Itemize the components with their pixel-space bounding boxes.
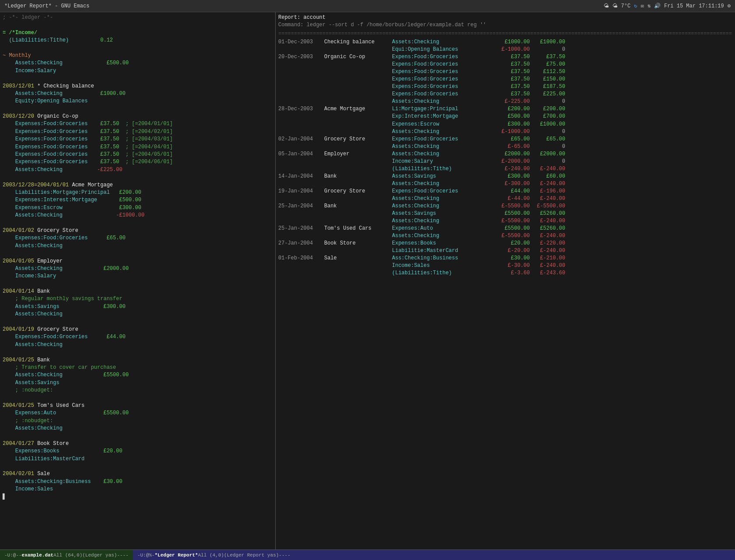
- report-row: (Liabilities:Tithe)£-240.00£-240.00: [278, 165, 732, 173]
- status-left: -U:@-- example.dat All (64,0) (Ledger ya…: [0, 550, 133, 560]
- report-row: 01-Feb-2004SaleAss:Checking:Business£30.…: [278, 255, 732, 262]
- txn-10-e1: Expenses:Books £20.00: [3, 448, 273, 455]
- txn-4-header: 2004/01/02 Grocery Store: [3, 227, 273, 234]
- txn-5-header: 2004/01/05 Employer: [3, 258, 273, 265]
- left-pane[interactable]: ; -*- ledger -*- = /*Income/ (Liabilitie…: [0, 12, 276, 550]
- refresh-icon: ↻: [634, 3, 637, 9]
- cursor-line: ▋: [3, 494, 273, 501]
- txn-10-e2: Liabilities:MasterCard: [3, 455, 273, 463]
- txn-1-e2: Equity:Opening Balances: [3, 98, 273, 105]
- txn-6-e1: Assets:Savings £300.00: [3, 303, 273, 311]
- report-row: Assets:Checking£-225.000: [278, 98, 732, 105]
- status-bar: -U:@-- example.dat All (64,0) (Ledger ya…: [0, 550, 735, 560]
- txn-2-header: 2003/12/20 Organic Co-op: [3, 113, 273, 120]
- report-row: Equi:Opening Balances£-1000.000: [278, 46, 732, 53]
- txn-2-e2: Expenses:Food:Groceries £37.50 ; [=2004/…: [3, 128, 273, 136]
- txn-6-comment: ; Regular monthly savings transfer: [3, 295, 273, 303]
- txn-1-e1: Assets:Checking £1000.00: [3, 90, 273, 98]
- report-row: Income:Salary£-2000.000: [278, 158, 732, 165]
- txn-3-header: 2003/12/28=2004/01/01 Acme Mortgage: [3, 182, 273, 189]
- txn-9-e2: Assets:Checking: [3, 425, 273, 432]
- blank-8: [3, 280, 273, 288]
- status-left-info: All (64,0): [53, 553, 82, 558]
- report-table: 01-Dec-2003Checking balanceAssets:Checki…: [278, 38, 732, 277]
- checking-entry: Assets:Checking £500.00: [3, 60, 273, 67]
- txn-10-header: 2004/01/27 Book Store: [3, 440, 273, 448]
- datetime: Fri 15 Mar 17:11:19: [664, 3, 724, 9]
- txn-2-e5: Expenses:Food:Groceries £37.50 ; [=2004/…: [3, 151, 273, 158]
- report-row: Assets:Checking£-44.00£-240.00: [278, 195, 732, 203]
- txn-4-e1: Expenses:Food:Groceries £65.00: [3, 234, 273, 242]
- blank-12: [3, 432, 273, 440]
- txn-8-e2: Assets:Savings: [3, 379, 273, 387]
- txn-3-e2: Expenses:Interest:Mortgage £500.00: [3, 196, 273, 204]
- blank-4: [3, 105, 273, 113]
- report-command: Command: ledger --sort d -f /home/borbus…: [278, 21, 732, 29]
- txn-3-e1: Liabilities:Mortgage:Principal £200.00: [3, 189, 273, 196]
- report-row: Liabilitie:MasterCard£-20.00£-240.00: [278, 247, 732, 255]
- txn-11-header: 2004/02/01 Sale: [3, 470, 273, 478]
- report-row: Assets:Checking£-1000.000: [278, 128, 732, 136]
- txn-5-e2: Income:Salary: [3, 273, 273, 280]
- status-left-mode2: (Ledger yas)----: [82, 553, 129, 558]
- report-row: Assets:Checking£-5500.00£-240.00: [278, 232, 732, 240]
- report-row: 27-Jan-2004Book StoreExpenses:Books£20.0…: [278, 240, 732, 247]
- volume-icon: 🔊: [654, 3, 661, 9]
- ledger-header: ; -*- ledger -*-: [3, 14, 273, 21]
- blank-line-3: [3, 75, 273, 82]
- report-row: 01-Dec-2003Checking balanceAssets:Checki…: [278, 38, 732, 46]
- report-row: 20-Dec-2003Organic Co-opExpens:Food:Groc…: [278, 53, 732, 61]
- title-bar: *Ledger Report* - GNU Emacs 🌤 🌤 7°C ↻ ✉ …: [0, 0, 735, 12]
- txn-1-header: 2003/12/01 * Checking balance: [3, 83, 273, 90]
- txn-8-header: 2004/01/25 Bank: [3, 357, 273, 364]
- blank-line-2: [3, 45, 273, 52]
- status-left-file: example.dat: [22, 553, 54, 558]
- txn-5-e1: Assets:Checking £2000.00: [3, 265, 273, 273]
- txn-8-e1: Assets:Checking £5500.00: [3, 371, 273, 379]
- mail-icon: ✉: [640, 3, 644, 9]
- txn-7-e2: Assets:Checking: [3, 341, 273, 349]
- report-row: 19-Jan-2004Grocery StoreExpens:Food:Groc…: [278, 188, 732, 195]
- txn-9-e1: Expenses:Auto £5500.00: [3, 410, 273, 417]
- blank-11: [3, 395, 273, 402]
- txn-2-e6: Expenses:Food:Groceries £37.50 ; [=2004/…: [3, 158, 273, 166]
- settings-icon[interactable]: ⚙: [728, 3, 731, 9]
- right-pane[interactable]: Report: account Command: ledger --sort d…: [276, 12, 735, 550]
- report-row: Assets:Checking£-5500.00£-240.00: [278, 217, 732, 225]
- report-row: Expens:Food:Groceries£37.50£225.00: [278, 91, 732, 98]
- blank-6: [3, 220, 273, 227]
- blank-9: [3, 318, 273, 326]
- txn-2-e7: Assets:Checking -£225.00: [3, 166, 273, 174]
- txn-3-e3: Expenses:Escrow £300.00: [3, 204, 273, 212]
- txn-6-header: 2004/01/14 Bank: [3, 288, 273, 295]
- blank-5: [3, 174, 273, 181]
- report-row: Expens:Food:Groceries£37.50£187.50: [278, 83, 732, 91]
- window-title: *Ledger Report* - GNU Emacs: [4, 3, 89, 9]
- txn-4-e2: Assets:Checking: [3, 242, 273, 250]
- blank-13: [3, 463, 273, 470]
- weather-icon: 🌤: [604, 3, 609, 9]
- txn-7-header: 2004/01/19 Grocery Store: [3, 326, 273, 333]
- status-left-mode: -U:@--: [4, 553, 22, 558]
- report-row: (Liabilities:Tithe)£-3.60£-243.60: [278, 270, 732, 277]
- txn-8-tag: ; :nobudget:: [3, 387, 273, 394]
- txn-9-tag: ; :nobudget:: [3, 417, 273, 425]
- income-rule: = /*Income/: [3, 29, 273, 37]
- report-divider: ========================================…: [278, 30, 732, 38]
- txn-2-e3: Expenses:Food:Groceries £37.50 ; [=2004/…: [3, 136, 273, 143]
- report-row: Expens:Food:Groceries£37.50£75.00: [278, 61, 732, 68]
- blank-10: [3, 349, 273, 356]
- txn-6-e2: Assets:Checking: [3, 311, 273, 318]
- txn-8-comment: ; Transfer to cover car purchase: [3, 364, 273, 371]
- tithe-entry: (Liabilities:Tithe) 0.12: [3, 37, 273, 44]
- report-row: 02-Jan-2004Grocery StoreExpens:Food:Groc…: [278, 136, 732, 143]
- status-right-info: All (4,0): [198, 553, 224, 558]
- report-row: Expens:Food:Groceries£37.50£150.00: [278, 76, 732, 83]
- status-right-mode2: (Ledger Report yas)----: [224, 553, 290, 558]
- txn-7-e1: Expenses:Food:Groceries £44.00: [3, 333, 273, 341]
- status-right-mode: -U:@%-: [137, 553, 155, 558]
- report-row: Expenses:Escrow£300.00£1000.00: [278, 121, 732, 128]
- main-container: ; -*- ledger -*- = /*Income/ (Liabilitie…: [0, 12, 735, 550]
- txn-2-e1: Expenses:Food:Groceries £37.50 ; [=2004/…: [3, 120, 273, 128]
- temperature: 🌤 7°C: [612, 3, 630, 9]
